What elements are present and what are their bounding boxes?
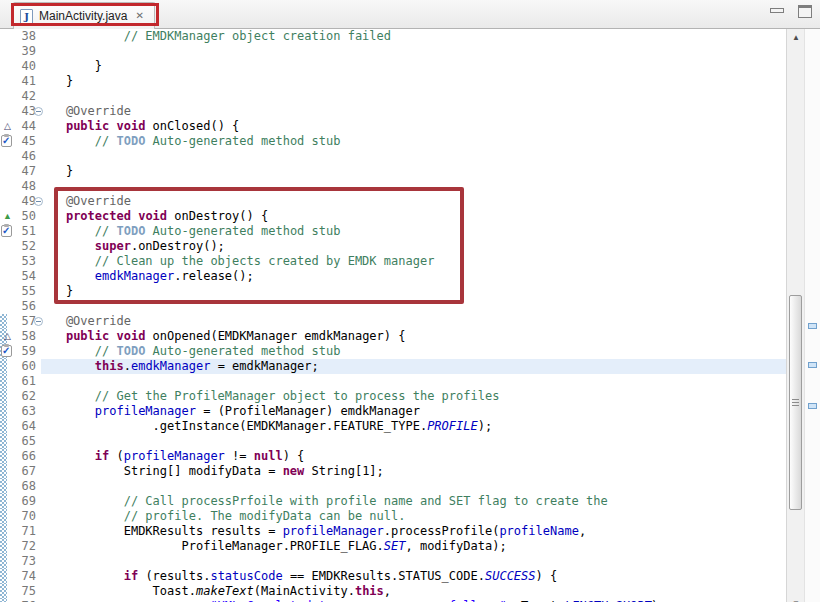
code-line[interactable]: 42	[0, 89, 786, 104]
line-number[interactable]: 53	[0, 254, 36, 269]
code-line[interactable]: 47 }	[0, 164, 786, 179]
code-text: this.emdkManager = emdkManager;	[37, 359, 319, 374]
occurrence-marker[interactable]	[808, 403, 817, 409]
minimize-button[interactable]	[770, 8, 784, 13]
line-number[interactable]: 59	[0, 344, 36, 359]
code-line[interactable]: 73	[0, 554, 786, 569]
code-line[interactable]: 69 // Call processPrfoile with profile n…	[0, 494, 786, 509]
code-text: .getInstance(EMDKManager.FEATURE_TYPE.PR…	[37, 419, 492, 434]
code-line[interactable]: 46	[0, 149, 786, 164]
code-line[interactable]: 62 // Get the ProfileManager object to p…	[0, 389, 786, 404]
code-line[interactable]: 63 profileManager = (ProfileManager) emd…	[0, 404, 786, 419]
code-line[interactable]: 56	[0, 299, 786, 314]
code-line[interactable]: 41 }	[0, 74, 786, 89]
line-number[interactable]: 60	[0, 359, 36, 374]
code-text: // Get the ProfileManager object to proc…	[37, 389, 499, 404]
code-line[interactable]: 70 // profile. The modifyData can be nul…	[0, 509, 786, 524]
code-line[interactable]: ✓51 // TODO Auto-generated method stub	[0, 224, 786, 239]
line-number[interactable]: 49	[0, 194, 36, 209]
line-number[interactable]: 50	[0, 209, 36, 224]
code-text: // Call processPrfoile with profile name…	[37, 494, 608, 509]
scrollbar-thumb[interactable]	[789, 295, 802, 510]
line-number[interactable]: 41	[0, 74, 36, 89]
line-number[interactable]: 71	[0, 524, 36, 539]
editor-tab-bar: J MainActivity.java ✕	[0, 0, 820, 29]
code-line[interactable]: △58 public void onOpened(EMDKManager emd…	[0, 329, 786, 344]
line-number[interactable]: 54	[0, 269, 36, 284]
line-number[interactable]: 58	[0, 329, 36, 344]
code-text: @Override	[37, 104, 131, 119]
line-number[interactable]: 55	[0, 284, 36, 299]
code-line[interactable]: 48	[0, 179, 786, 194]
line-number[interactable]: 40	[0, 59, 36, 74]
line-number[interactable]: 48	[0, 179, 36, 194]
code-line[interactable]: 40 }	[0, 59, 786, 74]
code-editor[interactable]: 38 // EMDKManager object creation failed…	[0, 29, 786, 602]
code-line[interactable]: △44 public void onClosed() {	[0, 119, 786, 134]
code-line[interactable]: 64 .getInstance(EMDKManager.FEATURE_TYPE…	[0, 419, 786, 434]
code-text: // EMDKManager object creation failed	[37, 29, 391, 44]
vertical-scrollbar[interactable]: ▲ ▼	[786, 29, 804, 602]
occurrence-marker[interactable]	[808, 323, 817, 329]
tab-close-icon[interactable]: ✕	[133, 10, 145, 22]
line-number[interactable]: 51	[0, 224, 36, 239]
line-number[interactable]: 73	[0, 554, 36, 569]
code-line[interactable]: 75 Toast.makeText(MainActivity.this,	[0, 584, 786, 599]
line-number[interactable]: 75	[0, 584, 36, 599]
line-number[interactable]: 69	[0, 494, 36, 509]
code-line[interactable]: 54 emdkManager.release();	[0, 269, 786, 284]
line-number[interactable]: 63	[0, 404, 36, 419]
code-line[interactable]: 67 String[] modifyData = new String[1];	[0, 464, 786, 479]
tab-mainactivity-java[interactable]: J MainActivity.java ✕	[13, 2, 155, 29]
occurrence-marker[interactable]	[808, 362, 817, 368]
line-number[interactable]: 46	[0, 149, 36, 164]
code-line[interactable]: ✓45 // TODO Auto-generated method stub	[0, 134, 786, 149]
line-number[interactable]: 65	[0, 434, 36, 449]
code-line[interactable]: 43 @Override	[0, 104, 786, 119]
code-line[interactable]: 38 // EMDKManager object creation failed	[0, 29, 786, 44]
line-number[interactable]: 61	[0, 374, 36, 389]
line-number[interactable]: 72	[0, 539, 36, 554]
code-text: // profile. The modifyData can be null.	[37, 509, 405, 524]
line-number[interactable]: 57	[0, 314, 36, 329]
line-number[interactable]: 42	[0, 89, 36, 104]
line-number[interactable]: 52	[0, 239, 36, 254]
code-line[interactable]: 57 @Override	[0, 314, 786, 329]
line-number[interactable]: 56	[0, 299, 36, 314]
line-number[interactable]: 64	[0, 419, 36, 434]
code-line[interactable]: 52 super.onDestroy();	[0, 239, 786, 254]
line-number[interactable]: 68	[0, 479, 36, 494]
code-line[interactable]: 53 // Clean up the objects created by EM…	[0, 254, 786, 269]
code-line[interactable]: 72 ProfileManager.PROFILE_FLAG.SET, modi…	[0, 539, 786, 554]
code-line[interactable]: 66 if (profileManager != null) {	[0, 449, 786, 464]
line-number[interactable]: 45	[0, 134, 36, 149]
code-line[interactable]: ✓59 // TODO Auto-generated method stub	[0, 344, 786, 359]
line-number[interactable]: 43	[0, 104, 36, 119]
code-line[interactable]: 68	[0, 479, 786, 494]
maximize-button[interactable]	[798, 5, 812, 18]
code-line[interactable]: 65	[0, 434, 786, 449]
code-line[interactable]: 39	[0, 44, 786, 59]
code-line[interactable]: 61	[0, 374, 786, 389]
line-number[interactable]: 62	[0, 389, 36, 404]
line-number[interactable]: 66	[0, 449, 36, 464]
code-line[interactable]: 49 @Override	[0, 194, 786, 209]
line-number[interactable]: 39	[0, 44, 36, 59]
code-text: protected void onDestroy() {	[37, 209, 268, 224]
line-number[interactable]: 44	[0, 119, 36, 134]
scroll-up-button[interactable]: ▲	[787, 29, 805, 46]
line-number[interactable]: 70	[0, 509, 36, 524]
code-line[interactable]: ▲50 protected void onDestroy() {	[0, 209, 786, 224]
line-number[interactable]: 38	[0, 29, 36, 44]
code-text: public void onClosed() {	[37, 119, 239, 134]
scroll-down-button[interactable]: ▼	[787, 595, 805, 602]
code-line[interactable]: 74 if (results.statusCode == EMDKResults…	[0, 569, 786, 584]
line-number[interactable]: 74	[0, 569, 36, 584]
code-line[interactable]: 60 this.emdkManager = emdkManager;	[0, 359, 786, 374]
line-number[interactable]: 47	[0, 164, 36, 179]
line-number[interactable]: 67	[0, 464, 36, 479]
overview-ruler[interactable]	[804, 29, 820, 602]
code-line[interactable]: 71 EMDKResults results = profileManager.…	[0, 524, 786, 539]
code-text: }	[37, 284, 73, 299]
code-line[interactable]: 55 }	[0, 284, 786, 299]
